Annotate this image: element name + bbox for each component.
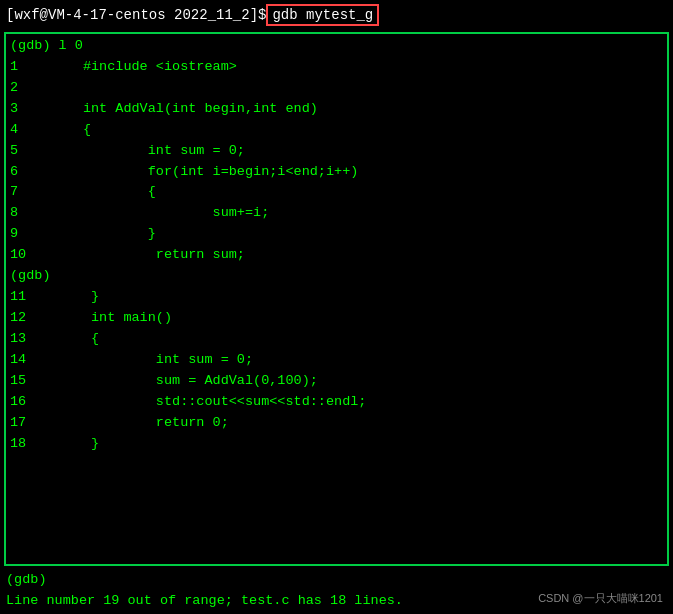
gdb-command: gdb mytest_g: [266, 4, 379, 26]
gdb-prompt-final: (gdb): [6, 570, 667, 591]
code-block: (gdb) l 0 1 #include <iostream> 2 3 int …: [4, 32, 669, 566]
terminal-window: [wxf@VM-4-17-centos 2022_11_2]$ gdb myte…: [0, 0, 673, 614]
code-content: (gdb) l 0 1 #include <iostream> 2 3 int …: [6, 34, 667, 456]
watermark: CSDN @一只大喵咪1201: [538, 591, 663, 606]
top-bar: [wxf@VM-4-17-centos 2022_11_2]$ gdb myte…: [0, 0, 673, 30]
shell-prompt: [wxf@VM-4-17-centos 2022_11_2]$: [6, 7, 266, 23]
